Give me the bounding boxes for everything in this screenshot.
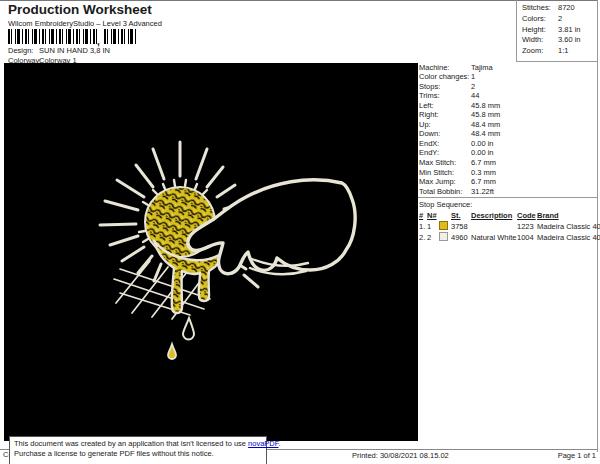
stop-sequence-divider xyxy=(418,197,597,198)
machine-row: Right:45.8 mm xyxy=(419,110,500,120)
page-number: Page 1 of 1 xyxy=(558,451,596,461)
notice-line1: This document was created by an applicat… xyxy=(14,439,262,449)
stat-stitches: Stitches:8720 xyxy=(517,3,597,14)
design-label: Design: xyxy=(8,46,37,56)
machine-row: Left:45.8 mm xyxy=(419,101,500,111)
printed-timestamp: Printed: 30/08/2021 08.15.02 xyxy=(352,451,449,461)
machine-row: EndX:0.00 in xyxy=(419,139,500,149)
machine-row: Min Stitch:0.3 mm xyxy=(419,168,500,178)
page-top-border xyxy=(0,0,598,1)
thread-color-swatch xyxy=(439,221,448,230)
droplet-large xyxy=(183,318,194,340)
machine-row: Machine:Tajima xyxy=(419,63,500,73)
embroidery-design-canvas xyxy=(4,63,418,441)
droplet-small xyxy=(168,344,176,359)
machine-row: Stops:2 xyxy=(419,82,500,92)
table-row: 1.137581223Madeira Classic 40 xyxy=(419,221,597,232)
novapdf-notice-box: This document was created by an applicat… xyxy=(9,436,267,464)
stop-sequence-table: #N#St.DescriptionCodeBrand 1.137581223Ma… xyxy=(419,210,597,243)
novapdf-link[interactable]: novaPDF xyxy=(248,439,278,448)
stat-width: Width:3.60 in xyxy=(517,35,597,46)
app-subtitle: Wilcom EmbroideryStudio – Level 3 Advanc… xyxy=(8,19,162,29)
stop-sequence-title: Stop Sequence: xyxy=(419,200,472,210)
machine-row: Total Bobbin:31.22ft xyxy=(419,187,500,197)
design-value: SUN IN HAND 3,8 IN xyxy=(39,46,110,55)
stats-summary-box: Stitches:8720 Colors:2 Height:3.81 in Wi… xyxy=(516,0,597,62)
machine-row: Max Stitch:6.7 mm xyxy=(419,158,500,168)
table-header-row: #N#St.DescriptionCodeBrand xyxy=(419,210,597,221)
stat-zoom: Zoom:1:1 xyxy=(517,46,597,57)
machine-row: Color changes:1 xyxy=(419,72,500,82)
machine-row: Up:48.4 mm xyxy=(419,120,500,130)
stat-colors: Colors:2 xyxy=(517,14,597,25)
machine-row: Trims:44 xyxy=(419,91,500,101)
machine-row: EndY:0.00 in xyxy=(419,148,500,158)
thread-color-swatch xyxy=(439,232,448,241)
sun-in-hand-design xyxy=(4,63,418,441)
machine-row: Max Jump:6.7 mm xyxy=(419,177,500,187)
design-name-row: Design: SUN IN HAND 3,8 IN xyxy=(8,46,110,56)
notice-line2: Purchase a license to generate PDF files… xyxy=(14,449,262,459)
table-row: 2.24960Natural White1004Madeira Classic … xyxy=(419,232,597,243)
barcode-icon xyxy=(104,29,136,44)
machine-info-panel: Machine:Tajima Color changes:1 Stops:2 T… xyxy=(419,63,500,197)
page-title: Production Worksheet xyxy=(8,2,152,17)
barcode-icon xyxy=(8,29,98,44)
machine-row: Down:48.4 mm xyxy=(419,129,500,139)
stat-height: Height:3.81 in xyxy=(517,25,597,36)
